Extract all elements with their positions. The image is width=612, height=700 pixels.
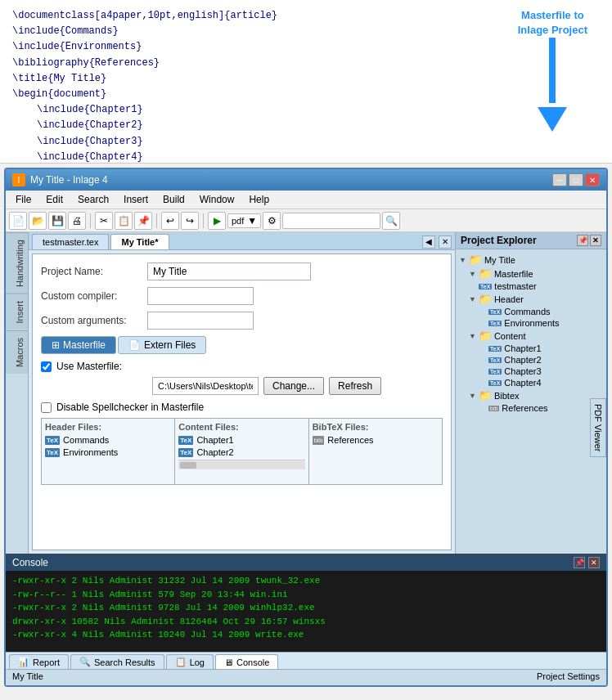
menu-search[interactable]: Search	[71, 192, 115, 207]
close-button[interactable]: ✕	[585, 173, 600, 186]
inner-tab-extern[interactable]: 📄 Extern Files	[118, 336, 206, 354]
inner-tab-masterfile[interactable]: ⊞ Masterfile	[41, 336, 116, 354]
menu-insert[interactable]: Insert	[117, 192, 155, 207]
console-close-btn[interactable]: ✕	[588, 557, 600, 568]
toolbar-search-input[interactable]	[282, 213, 380, 229]
arrow-shaft	[549, 38, 556, 103]
toolbar-redo[interactable]: ↪	[181, 212, 199, 230]
tree-chapter4[interactable]: TeX Chapter4	[488, 377, 603, 388]
project-name-input[interactable]	[147, 262, 311, 280]
use-masterfile-checkbox[interactable]	[41, 361, 52, 372]
bottom-tab-console[interactable]: 🖥 Console	[215, 654, 278, 669]
toolbar-save[interactable]: 💾	[48, 212, 66, 230]
code-line-4: \bibliography{References}	[12, 56, 600, 71]
bottom-tab-search-results-label: Search Results	[94, 657, 155, 667]
tree-environments[interactable]: TeX Environments	[488, 317, 603, 329]
masterfile-path-input[interactable]	[152, 377, 259, 395]
console-pin-btn[interactable]: 📌	[574, 557, 585, 568]
menu-build[interactable]: Build	[156, 192, 191, 207]
header-file-environments[interactable]: TeX Environments	[45, 447, 171, 457]
content-col-scrollbar[interactable]	[178, 460, 304, 469]
console-icon: 🖥	[224, 657, 233, 667]
tree-commands[interactable]: TeX Commands	[488, 306, 603, 317]
code-line-6: \begin{document}	[12, 87, 600, 102]
console-title: Console	[12, 557, 48, 568]
side-tab-handwriting[interactable]: Handwriting	[6, 232, 28, 294]
toolbar-undo[interactable]: ↩	[161, 212, 179, 230]
tree-chapter2[interactable]: TeX Chapter2	[488, 354, 603, 366]
toolbar-new[interactable]: 📄	[9, 212, 27, 230]
pdf-viewer-tab[interactable]: PDF Viewer	[590, 398, 606, 457]
explorer-pin-btn[interactable]: 📌	[577, 235, 588, 246]
disable-spellcheck-row: Disable Spellchecker in Masterfile	[41, 402, 443, 413]
search-results-icon: 🔍	[79, 657, 91, 667]
pdf-label: pdf	[232, 216, 244, 226]
tab-scroll-left[interactable]: ◀	[422, 236, 435, 249]
log-icon: 📋	[175, 657, 187, 667]
tree-root-label: My Title	[484, 255, 515, 265]
toolbar-print[interactable]: 🖨	[68, 212, 86, 230]
tree-root-mytitle[interactable]: ▼ 📁 My Title	[459, 253, 603, 267]
title-bar-buttons[interactable]: ─ □ ✕	[552, 173, 600, 186]
maximize-button[interactable]: □	[569, 173, 583, 186]
content-file-chapter1[interactable]: TeX Chapter1	[178, 435, 304, 445]
menu-window[interactable]: Window	[193, 192, 241, 207]
menu-help[interactable]: Help	[242, 192, 276, 207]
content-files-col: Content Files: TeX Chapter1 TeX Chapter2	[175, 419, 308, 484]
console-header: Console 📌 ✕	[6, 554, 606, 571]
tab-testmaster[interactable]: testmaster.tex	[32, 234, 109, 249]
toolbar-cut[interactable]: ✂	[95, 212, 113, 230]
disable-spellcheck-checkbox[interactable]	[41, 402, 52, 413]
bib-icon-references: bib	[313, 436, 325, 445]
toolbar-copy[interactable]: 📋	[115, 212, 133, 230]
bottom-tab-log[interactable]: 📋 Log	[166, 654, 214, 669]
console-line-5: -rwxr-xr-x 4 Nils Administ 10240 Jul 14 …	[12, 628, 600, 642]
bottom-tab-row: 📊 Report 🔍 Search Results 📋 Log 🖥 Consol…	[6, 652, 606, 669]
tex-icon-chapter2: TeX	[178, 448, 193, 457]
custom-arguments-input[interactable]	[147, 312, 254, 330]
toolbar-search-icon[interactable]: 🔍	[382, 212, 400, 230]
project-explorer-btns: 📌 ✕	[577, 235, 601, 246]
tree-chapter1[interactable]: TeX Chapter1	[488, 343, 603, 354]
console-content: -rwxr-xr-x 2 Nils Administ 31232 Jul 14 …	[6, 571, 606, 652]
custom-compiler-input[interactable]	[147, 287, 254, 305]
header-files-col: Header Files: TeX Commands TeX Environme…	[42, 419, 175, 484]
tab-close[interactable]: ✕	[439, 236, 452, 249]
tree-header[interactable]: ▼ 📁 Header	[469, 292, 603, 306]
side-tab-insert[interactable]: Insert	[6, 294, 28, 330]
tree-masterfile[interactable]: ▼ 📁 Masterfile	[469, 267, 603, 280]
minimize-button[interactable]: ─	[552, 173, 567, 186]
bottom-tab-search-results[interactable]: 🔍 Search Results	[70, 654, 164, 669]
menu-file[interactable]: File	[9, 192, 38, 207]
explorer-close-btn[interactable]: ✕	[590, 235, 601, 246]
side-tab-macros[interactable]: Macros	[6, 330, 28, 374]
latex-code-block: \documentclass[a4paper,10pt,english]{art…	[12, 8, 600, 181]
header-file-commands[interactable]: TeX Commands	[45, 435, 171, 445]
content-file-chapter2[interactable]: TeX Chapter2	[178, 447, 304, 457]
app-icon: I	[12, 173, 25, 186]
code-line-7: \include{Chapter1}	[12, 102, 600, 118]
project-explorer-panel: Project Explorer 📌 ✕ ▼ 📁 My Title ▼ 📁 M	[455, 232, 606, 554]
header-file-commands-name: Commands	[63, 435, 109, 445]
menu-edit[interactable]: Edit	[39, 192, 70, 207]
tree-content[interactable]: ▼ 📁 Content	[469, 329, 603, 343]
change-button[interactable]: Change...	[263, 377, 324, 395]
toolbar-open[interactable]: 📂	[29, 212, 47, 230]
toolbar-settings[interactable]: ⚙	[263, 212, 281, 230]
pdf-dropdown-arrow[interactable]: ▼	[247, 215, 257, 227]
tab-mytitle[interactable]: My Title*	[110, 234, 169, 249]
content-scroll-thumb	[180, 462, 196, 469]
tree-header-label: Header	[494, 294, 524, 304]
bibtex-file-references[interactable]: bib References	[313, 435, 439, 445]
toolbar-play[interactable]: ▶	[208, 212, 226, 230]
tree-chapter3[interactable]: TeX Chapter3	[488, 366, 603, 377]
pdf-combo[interactable]: pdf ▼	[227, 213, 261, 228]
refresh-button[interactable]: Refresh	[329, 377, 381, 395]
tree-references[interactable]: bib References	[488, 402, 603, 414]
tree-chapter1-label: Chapter1	[504, 343, 541, 353]
tree-environments-label: Environments	[504, 318, 559, 328]
toolbar-paste[interactable]: 📌	[134, 212, 152, 230]
tree-bibtex[interactable]: ▼ 📁 Bibtex	[469, 388, 603, 402]
bottom-tab-report[interactable]: 📊 Report	[9, 654, 69, 669]
tree-testmaster[interactable]: TeX testmaster	[479, 280, 603, 292]
